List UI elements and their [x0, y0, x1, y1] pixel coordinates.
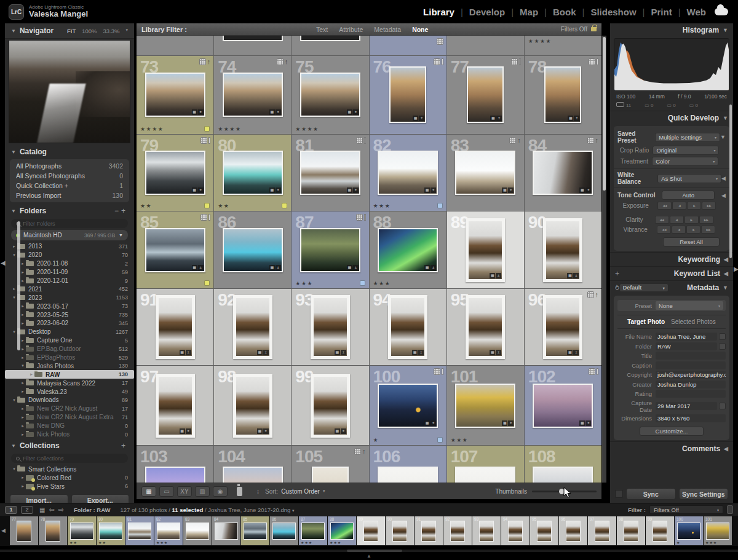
grid-cell-partial[interactable]	[214, 36, 291, 55]
crop-badge-icon[interactable]: ▦	[579, 420, 585, 426]
filter-lock-icon[interactable]	[591, 27, 597, 31]
crop-badge-icon[interactable]: ▦	[490, 273, 495, 278]
collection-badge-icon[interactable]	[434, 368, 440, 375]
collections-filter-input[interactable]: Filter Collections	[11, 454, 128, 463]
star-rating[interactable]: ★★★	[451, 437, 469, 443]
color-label-blue[interactable]	[360, 280, 365, 286]
develop-badge-icon[interactable]: ±	[341, 350, 346, 355]
metadata-action-icon[interactable]	[719, 343, 726, 350]
grid-cell-102[interactable]: 102▦±	[525, 366, 601, 445]
catalog-collapse-icon[interactable]: ▼	[11, 149, 16, 155]
grid-cell-82[interactable]: 82▦±★★★	[370, 135, 446, 211]
collection-badge-icon[interactable]	[587, 291, 594, 298]
go-forward-arrow[interactable]: ⇨	[58, 506, 64, 514]
photo-thumbnail[interactable]: ▦±	[467, 66, 504, 123]
zoom-level-333[interactable]: 33.3%	[103, 28, 120, 34]
metadata-value[interactable]	[656, 390, 726, 398]
filmstrip-thumb-83[interactable]: 83	[183, 516, 212, 545]
grid-cell-86[interactable]: 86▦±	[214, 211, 291, 288]
left-panel-hide-arrow[interactable]: ◀	[1, 259, 6, 266]
metadata-view-dropdown[interactable]: Default▾	[619, 283, 669, 292]
stack-badge-icon[interactable]	[208, 214, 210, 221]
develop-badge-icon[interactable]: ±	[508, 187, 514, 193]
collection-badge-icon[interactable]	[434, 58, 440, 65]
develop-badge-icon[interactable]: ±	[198, 109, 204, 115]
expand-arrow-icon[interactable]: ▸	[20, 347, 26, 352]
folder-item-2020-11-09[interactable]: ▸ 2020-11-0959	[5, 268, 134, 277]
photo-thumbnail[interactable]: ▦±	[223, 73, 283, 117]
stack-badge-icon[interactable]	[597, 58, 598, 65]
photo-thumbnail[interactable]: ▦±	[378, 384, 438, 428]
grid-cell-84[interactable]: 84↑▦±	[525, 135, 601, 211]
crop-badge-icon[interactable]: ▦	[257, 350, 263, 355]
expand-arrow-icon[interactable]: ▸	[11, 286, 17, 291]
expand-arrow-icon[interactable]: ▾	[11, 329, 17, 334]
metadata-collapse-icon[interactable]: ▼	[723, 285, 728, 291]
photo-thumbnail[interactable]: ▦±	[300, 228, 360, 272]
stack-badge-icon[interactable]	[597, 368, 598, 375]
develop-badge-icon[interactable]: ±	[186, 350, 191, 355]
filmstrip-thumb-80[interactable]: 80 ★★	[97, 516, 125, 545]
photo-thumbnail[interactable]: ▦±	[300, 151, 360, 195]
clarity-step-button[interactable]: ◂◂	[655, 216, 669, 224]
grid-cell-89[interactable]: 89▦±	[447, 211, 524, 288]
folder-item-colored-red[interactable]: ▸ Colored Red0	[5, 473, 134, 482]
second-window-button[interactable]: 2	[21, 506, 33, 514]
photo-thumbnail[interactable]: ▦±	[378, 467, 438, 483]
navigator-preview-image[interactable]	[9, 40, 130, 143]
grid-cell-75[interactable]: 75▦±★★★★	[292, 56, 368, 134]
collection-badge-icon[interactable]	[356, 214, 363, 221]
develop-badge-icon[interactable]: ±	[508, 420, 514, 426]
collection-badge-icon[interactable]	[589, 368, 595, 375]
grid-cell-105[interactable]: 105↑▦±	[292, 446, 368, 483]
survey-view-icon[interactable]: ▥	[195, 486, 210, 497]
grid-cell-93[interactable]: 93▦±	[292, 289, 368, 365]
expand-arrow-icon[interactable]: ▸	[20, 270, 26, 275]
vibrance-step-button[interactable]: ◂	[672, 226, 686, 234]
grid-cell-95[interactable]: 95▦±	[447, 289, 524, 365]
grid-cell-99[interactable]: 99▦±	[292, 366, 368, 445]
filmstrip-source-label[interactable]: Folder : RAW	[74, 507, 111, 513]
expand-arrow-icon[interactable]: ▸	[11, 244, 17, 249]
left-panel-scrollbar[interactable]	[17, 221, 20, 350]
filmstrip-thumb-96[interactable]: 96	[559, 516, 587, 545]
right-panel-hide-arrow[interactable]: ▶	[734, 266, 738, 272]
filmstrip-thumb-101[interactable]: 101 ★★★	[704, 516, 732, 545]
filmstrip-thumb-95[interactable]: 95	[530, 516, 558, 545]
grid-cell-92[interactable]: 92▦±	[214, 289, 291, 365]
metadata-value[interactable]: 3840 x 5760	[656, 414, 726, 422]
folder-item-joshs-photos[interactable]: ▾ Joshs Photos130	[5, 361, 134, 370]
folder-item-nick-photos[interactable]: ▸ Nick Photos0	[5, 430, 134, 439]
exposure-step-button[interactable]: ▸▸	[702, 202, 716, 210]
develop-badge-icon[interactable]: ±	[276, 265, 281, 270]
photo-thumbnail[interactable]: ▦±	[300, 73, 360, 117]
grid-cell-104[interactable]: 104▦±	[214, 446, 291, 483]
folder-item-capture-one[interactable]: ▸ Capture One5	[5, 336, 134, 345]
develop-badge-icon[interactable]: ±	[186, 428, 191, 434]
collection-badge-icon[interactable]	[200, 137, 207, 144]
keywording-expand-icon[interactable]: ◀	[724, 256, 728, 262]
expand-arrow-icon[interactable]: ▸	[20, 304, 26, 309]
develop-badge-icon[interactable]: ±	[585, 420, 591, 426]
loupe-view-icon[interactable]: ▭	[159, 486, 174, 497]
catalog-item[interactable]: Previous Import130	[10, 191, 129, 200]
reset-all-button[interactable]: Reset All	[663, 237, 720, 246]
grid-cell-98[interactable]: 98▦±	[214, 366, 291, 445]
folder-item-2020[interactable]: ▾ 202070	[5, 251, 134, 259]
star-rating[interactable]: ★★★★	[218, 126, 241, 132]
publish-up-icon[interactable]: ↑	[207, 58, 211, 65]
grid-view-shortcut-icon[interactable]: ▦	[39, 507, 45, 513]
module-print[interactable]: Print	[651, 7, 672, 17]
grid-cell-97[interactable]: 97▦±	[137, 366, 213, 445]
sort-order-dropdown[interactable]: Custom Order	[281, 488, 320, 495]
grid-cell-106[interactable]: 106▦±	[370, 446, 446, 483]
compare-view-icon[interactable]: XY	[177, 486, 192, 497]
module-develop[interactable]: Develop	[469, 7, 505, 17]
grid-cell-73[interactable]: 73↑▦±★★★★	[137, 56, 213, 134]
expand-arrow-icon[interactable]: ▸	[20, 312, 26, 317]
crop-badge-icon[interactable]: ▦	[412, 350, 418, 355]
photo-thumbnail[interactable]: ▦±	[311, 295, 350, 359]
grid-cell-87[interactable]: 87▦±★★★	[292, 211, 368, 288]
grid-cell-79[interactable]: 79▦±★★	[137, 135, 213, 211]
metadata-action-icon[interactable]	[719, 403, 726, 409]
